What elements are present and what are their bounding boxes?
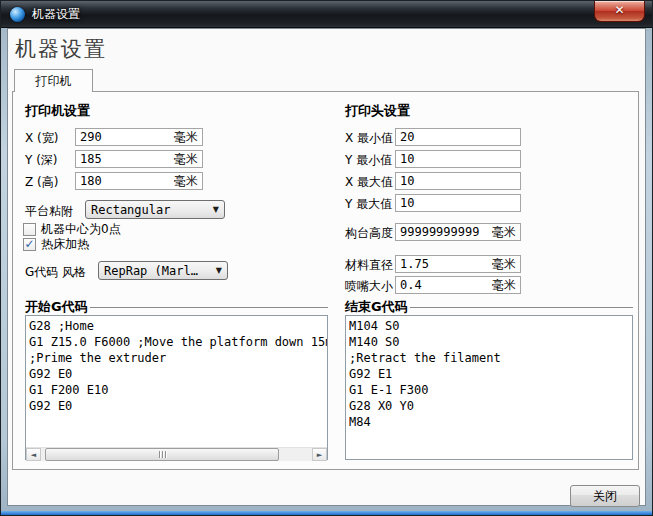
- tab-printer[interactable]: 打印机: [14, 69, 93, 92]
- gantry-height-field[interactable]: 99999999999 毫米: [395, 223, 521, 241]
- head-x-max-field[interactable]: 10: [395, 172, 521, 190]
- heading-rule: [90, 307, 328, 308]
- end-gcode-textarea[interactable]: M104 S0 M140 S0 ;Retract the filament G9…: [345, 315, 633, 460]
- scrollbar-track[interactable]: [41, 448, 312, 461]
- material-diameter-field[interactable]: 1.75 毫米: [395, 255, 521, 273]
- head-y-max-label: Y 最大值: [345, 196, 392, 213]
- checkbox-box: ✓: [23, 238, 36, 251]
- machine-height-field[interactable]: 180 毫米: [75, 172, 203, 190]
- printhead-settings-heading: 打印头设置: [345, 102, 410, 120]
- unit-label: 毫米: [174, 173, 198, 190]
- thumb-grip: [159, 451, 160, 458]
- heated-bed-checkbox[interactable]: ✓ 热床加热: [23, 236, 89, 253]
- unit-label: 毫米: [492, 277, 516, 294]
- head-x-min-field[interactable]: 20: [395, 128, 521, 146]
- unit-label: 毫米: [492, 224, 516, 241]
- window-close-button[interactable]: ✕: [594, 1, 645, 22]
- gantry-height-label: 构台高度: [345, 225, 393, 242]
- page-title: 机器设置: [15, 35, 107, 63]
- head-x-min-label: X 最小值: [345, 130, 393, 147]
- gcode-flavor-label: G代码 风格: [25, 264, 86, 281]
- thumb-grip: [162, 451, 163, 458]
- nozzle-size-field[interactable]: 0.4 毫米: [395, 276, 521, 294]
- machine-settings-window: 机器设置 ✕ 机器设置 打印机 打印机设置 X (宽) 290 毫米 Y (深)…: [0, 0, 653, 516]
- printer-tab-page: 打印机设置 X (宽) 290 毫米 Y (深) 185 毫米 Z (高) 18…: [12, 91, 639, 470]
- head-y-min-label: Y 最小值: [345, 152, 392, 169]
- chevron-down-icon: ▼: [213, 205, 219, 214]
- checkbox-box: ✓: [23, 223, 36, 236]
- app-icon: [10, 7, 25, 22]
- machine-depth-field[interactable]: 185 毫米: [75, 150, 203, 168]
- machine-depth-label: Y (深): [25, 152, 58, 169]
- printer-settings-heading: 打印机设置: [25, 102, 90, 120]
- check-icon: ✓: [24, 238, 34, 250]
- scroll-left-arrow-icon[interactable]: ◄: [26, 448, 41, 461]
- chevron-down-icon: ▼: [216, 266, 222, 275]
- start-gcode-hscrollbar[interactable]: ◄ ►: [26, 447, 327, 461]
- unit-label: 毫米: [174, 151, 198, 168]
- dialog-client-area: 机器设置 打印机 打印机设置 X (宽) 290 毫米 Y (深) 185 毫米…: [7, 28, 646, 506]
- head-y-min-field[interactable]: 10: [395, 150, 521, 168]
- unit-label: 毫米: [174, 129, 198, 146]
- start-gcode-heading: 开始G代码: [25, 298, 328, 316]
- end-gcode-heading: 结束G代码: [345, 298, 633, 316]
- start-gcode-textarea[interactable]: G28 ;Home G1 Z15.0 F6000 ;Move the platf…: [25, 315, 328, 460]
- head-x-max-label: X 最大值: [345, 174, 393, 191]
- machine-width-label: X (宽): [25, 130, 58, 147]
- machine-width-field[interactable]: 290 毫米: [75, 128, 203, 146]
- window-title: 机器设置: [32, 1, 80, 28]
- head-y-max-field[interactable]: 10: [395, 194, 521, 212]
- nozzle-size-label: 喷嘴大小: [345, 278, 393, 295]
- gcode-flavor-dropdown[interactable]: RepRap (Marl… ▼: [98, 261, 228, 280]
- thumb-grip: [165, 451, 166, 458]
- unit-label: 毫米: [492, 256, 516, 273]
- platform-adhesion-dropdown[interactable]: Rectangular ▼: [85, 200, 225, 219]
- material-diameter-label: 材料直径: [345, 257, 393, 274]
- scroll-right-arrow-icon[interactable]: ►: [312, 448, 327, 461]
- machine-height-label: Z (高): [25, 174, 58, 191]
- close-dialog-button[interactable]: 关闭: [570, 485, 640, 507]
- platform-adhesion-label: 平台粘附: [25, 203, 73, 220]
- scrollbar-thumb[interactable]: [45, 448, 279, 461]
- titlebar: 机器设置 ✕: [1, 1, 652, 28]
- heading-rule: [410, 307, 633, 308]
- window-bottom-edge: [1, 511, 652, 515]
